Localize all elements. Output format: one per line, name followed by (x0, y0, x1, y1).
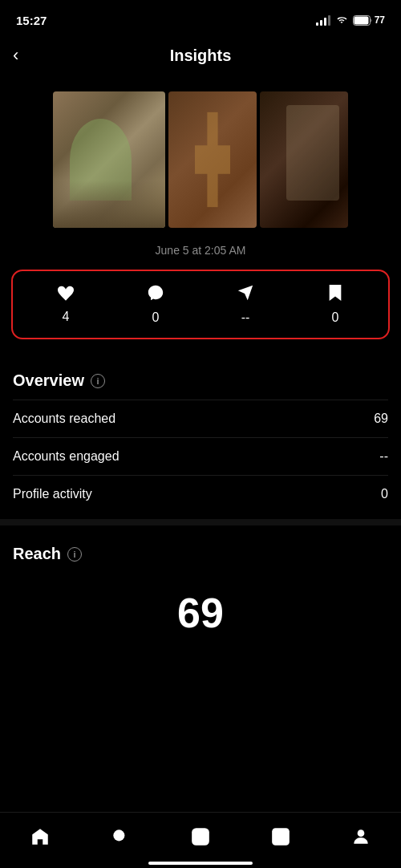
battery-icon: 77 (353, 14, 385, 26)
share-icon (237, 284, 254, 306)
svg-line-3 (124, 839, 129, 845)
profile-activity-label: Profile activity (13, 487, 92, 501)
section-divider (0, 519, 401, 525)
signal-icon (316, 14, 330, 26)
reach-value: 69 (13, 573, 388, 645)
accounts-engaged-row: Accounts engaged -- (13, 437, 388, 475)
svg-rect-1 (354, 16, 368, 24)
status-icons: 77 (316, 14, 385, 26)
svg-point-2 (113, 829, 124, 841)
accounts-reached-row: Accounts reached 69 (13, 400, 388, 437)
accounts-engaged-value: -- (379, 449, 388, 464)
comments-stat: 0 (132, 284, 180, 325)
likes-stat: 4 (42, 285, 90, 324)
reach-info-icon[interactable]: i (67, 547, 82, 562)
nav-reels[interactable] (262, 823, 299, 850)
nav-search[interactable] (102, 823, 139, 850)
gallery-image-3 (260, 91, 348, 228)
battery-level: 77 (375, 14, 385, 26)
accounts-reached-label: Accounts reached (13, 412, 115, 426)
home-icon (30, 826, 51, 847)
saves-stat: 0 (311, 284, 359, 325)
shares-value: -- (241, 310, 250, 325)
page-title: Insights (170, 47, 232, 65)
profile-icon (350, 826, 371, 847)
svg-rect-4 (192, 828, 209, 846)
status-bar: 15:27 77 (0, 0, 401, 35)
post-timestamp: June 5 at 2:05 AM (0, 237, 401, 270)
svg-point-8 (278, 834, 284, 839)
home-indicator (0, 862, 401, 865)
nav-create[interactable] (182, 823, 219, 850)
reels-icon (270, 826, 291, 847)
saves-value: 0 (332, 310, 339, 325)
overview-info-icon[interactable]: i (91, 374, 105, 388)
likes-value: 4 (63, 310, 70, 324)
back-button[interactable]: ‹ (13, 45, 18, 66)
add-icon (190, 826, 211, 847)
overview-section: Overview i Accounts reached 69 Accounts … (0, 359, 401, 513)
engagement-stats-box: 4 0 -- 0 (11, 270, 390, 339)
accounts-reached-value: 69 (374, 412, 388, 426)
page-header: ‹ Insights (0, 35, 401, 75)
gallery-image-1 (53, 91, 165, 228)
home-bar (148, 862, 253, 865)
nav-home[interactable] (22, 823, 59, 850)
post-gallery (0, 75, 401, 237)
comment-icon (147, 284, 164, 306)
shares-stat: -- (221, 284, 269, 325)
svg-point-13 (358, 829, 365, 837)
reach-section: Reach i 69 (0, 532, 401, 645)
heart-icon (57, 285, 75, 305)
accounts-engaged-label: Accounts engaged (13, 449, 119, 464)
reach-title: Reach i (13, 532, 388, 573)
overview-title: Overview i (13, 359, 388, 400)
profile-activity-row: Profile activity 0 (13, 475, 388, 513)
comments-value: 0 (152, 310, 160, 325)
bookmark-icon (328, 284, 342, 306)
gallery-image-2 (168, 91, 257, 228)
wifi-icon (335, 15, 348, 25)
bottom-nav (0, 812, 401, 868)
status-time: 15:27 (16, 14, 47, 27)
nav-profile[interactable] (342, 823, 379, 850)
search-icon (110, 826, 131, 847)
profile-activity-value: 0 (381, 487, 388, 501)
